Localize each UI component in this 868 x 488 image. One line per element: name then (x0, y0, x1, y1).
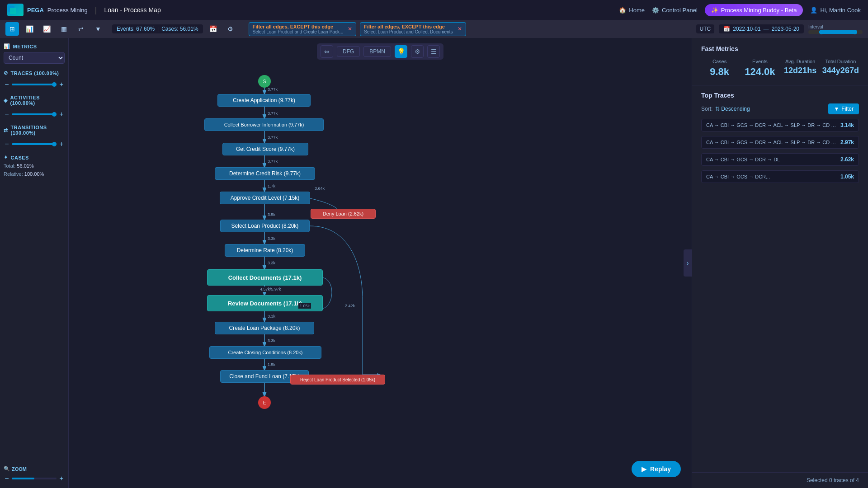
activities-plus[interactable]: + (58, 110, 65, 118)
filter-chip-2[interactable]: Filter all edges, EXCEPT this edge Selec… (360, 22, 466, 36)
transitions-minus[interactable]: − (4, 140, 10, 148)
node-get-credit-score[interactable]: Get Credit Score (9.77k) (222, 143, 308, 155)
edge-label-6: 3.64k (313, 186, 326, 191)
activities-thumb (52, 112, 57, 117)
zoom-row[interactable]: − + (4, 474, 65, 483)
settings-icon-btn[interactable]: ⚙ (411, 45, 424, 58)
dfg-btn[interactable]: DFG (337, 46, 360, 57)
main-area: 📊 Metrics Count ⊘ Traces (100.00%) − + ◈ (0, 38, 868, 488)
filter-chip-1-title: Filter all edges, EXCEPT this edge (253, 24, 344, 29)
share-icon-btn[interactable]: ⇄ (74, 22, 88, 36)
trace-row-2[interactable]: CA → CBI → GCS → DCR → ACL → SLP → DR → … (701, 136, 859, 149)
process-svg (69, 38, 692, 488)
filter-chip-2-close[interactable]: ✕ (458, 26, 462, 32)
activities-minus[interactable]: − (4, 110, 10, 118)
filter-icon: ⊘ (4, 70, 8, 76)
traces-slider[interactable]: − + (4, 80, 65, 89)
transitions-slider[interactable]: − + (4, 140, 65, 148)
traces-track[interactable] (12, 84, 57, 85)
chart-icon-btn[interactable]: 📈 (40, 22, 53, 36)
edge-label-side-2: 2.42k (344, 303, 356, 309)
metric-avg-duration-value: 12d21hs (782, 66, 819, 75)
user-info[interactable]: 👤 Hi, Martin Cook (810, 7, 861, 14)
buddy-button[interactable]: ✨ Process Mining Buddy - Beta (705, 4, 803, 16)
home-nav-item[interactable]: 🏠 Home (619, 7, 645, 14)
transitions-track[interactable] (12, 143, 57, 145)
search-icon: 🔍 (4, 466, 10, 472)
trace-text-4: CA → CBI → GCS → DCR... (706, 174, 837, 179)
date-range[interactable]: 📅 2022-10-01 — 2023-05-20 (719, 24, 804, 33)
node-create-closing[interactable]: Create Closing Conditions (8.20k) (209, 346, 321, 359)
cases-total: Total: 56.01% (4, 163, 65, 169)
process-map-canvas[interactable]: ⇔ DFG BPMN 💡 ⚙ ☰ (69, 38, 692, 488)
node-create-loan-package[interactable]: Create Loan Package (8.20k) (215, 322, 314, 334)
traces-title: ⊘ Traces (100.00%) (4, 70, 65, 76)
table-icon-btn[interactable]: 📊 (23, 22, 36, 36)
trace-count-2: 2.97k (840, 139, 854, 145)
filter-chip-1-close[interactable]: ✕ (348, 26, 352, 32)
start-node[interactable]: S (258, 75, 271, 88)
transitions-plus[interactable]: + (58, 140, 65, 148)
expand-panel-arrow[interactable]: › (684, 249, 692, 277)
activities-slider[interactable]: − + (4, 110, 65, 118)
edge-label-2: 3.77k (266, 111, 279, 116)
cases-section: ✦ Cases Total: 56.01% Relative: 100.00% (4, 155, 65, 177)
toolbar-divider (243, 23, 243, 34)
trace-row-1[interactable]: CA → CBI → GCS → DCR → ACL → SLP → DR → … (701, 119, 859, 131)
top-nav-right: 🏠 Home ⚙️ Control Panel ✨ Process Mining… (619, 4, 861, 16)
metric-events-value: 124.0k (741, 66, 778, 78)
calendar-icon-btn[interactable]: 📅 (207, 22, 220, 36)
zoom-plus[interactable]: + (58, 474, 65, 483)
metric-select[interactable]: Count (4, 52, 65, 64)
brand-process-mining: Process Mining (47, 7, 88, 14)
toolbar-stats: Events: 67.60% | Cases: 56.01% (112, 24, 203, 33)
trace-row-3[interactable]: CA → CBI → GCS → DCR → DL 2.62k (701, 153, 859, 166)
sort-value[interactable]: ⇅ Descending (715, 106, 750, 112)
traces-plus[interactable]: + (58, 80, 65, 89)
traces-filter-btn[interactable]: ▼ Filter (828, 103, 859, 114)
edge-label-9: 3.3k (266, 260, 277, 266)
dashboard-icon-btn[interactable]: ⊞ (5, 22, 19, 36)
node-deny-loan[interactable]: Deny Loan (2.62k) (311, 209, 376, 219)
logo: PEGA Process Mining (7, 4, 88, 16)
edge-label-7: 3.5k (266, 212, 277, 217)
node-approve-credit[interactable]: Approve Credit Level (7.15k) (220, 192, 310, 204)
node-collect-documents[interactable]: Collect Documents (17.1k) (207, 269, 323, 286)
trace-row-4[interactable]: CA → CBI → GCS → DCR... 1.05k (701, 170, 859, 183)
node-determine-credit-risk[interactable]: Determine Credit Risk (9.77k) (215, 167, 315, 180)
filter-chip-1[interactable]: Filter all edges, EXCEPT this edge Selec… (249, 22, 357, 36)
user-icon: 👤 (810, 7, 817, 14)
traces-minus[interactable]: − (4, 80, 10, 89)
config-icon-btn[interactable]: ⚙ (224, 22, 237, 36)
end-node[interactable]: E (258, 396, 271, 409)
node-determine-rate[interactable]: Determine Rate (8.20k) (225, 244, 305, 257)
node-reject-loan[interactable]: Reject Loan Product Selected (1.05k) (290, 375, 385, 385)
metric-total-duration: Total Duration 344y267d (822, 59, 859, 78)
date-from: 2022-10-01 (733, 26, 760, 32)
activities-track[interactable] (12, 113, 57, 115)
interval-bar[interactable] (808, 30, 863, 34)
node-select-loan[interactable]: Select Loan Product (8.20k) (220, 220, 310, 232)
metric-cases: Cases 9.8k (701, 59, 738, 78)
grid-icon-btn[interactable]: ▦ (57, 22, 71, 36)
bulb-icon-btn[interactable]: 💡 (395, 45, 407, 58)
list-icon-btn[interactable]: ☰ (427, 45, 440, 58)
edge-label-5: 1.7k (266, 183, 277, 189)
node-create-application[interactable]: Create Application (9.77k) (217, 94, 311, 107)
trace-text-3: CA → CBI → GCS → DCR → DL (706, 157, 837, 162)
zoom-minus[interactable]: − (4, 474, 10, 483)
bpmn-btn[interactable]: BPMN (363, 46, 391, 57)
zoom-track[interactable] (12, 478, 57, 479)
node-collect-borrower[interactable]: Collect Borrower Information (9.77k) (204, 118, 324, 131)
traces-thumb (52, 82, 57, 87)
control-panel-nav-item[interactable]: ⚙️ Control Panel (652, 7, 698, 14)
metric-cases-label: Cases (701, 59, 738, 64)
filter-icon-btn[interactable]: ▼ (91, 22, 105, 36)
play-icon: ▶ (642, 465, 646, 473)
metrics-icon: 📊 (4, 43, 10, 49)
filter-btn-icon: ▼ (834, 106, 839, 112)
cases-icon: ✦ (4, 155, 8, 160)
replay-button[interactable]: ▶ Replay (632, 461, 681, 477)
trace-count-1: 3.14k (840, 122, 854, 128)
align-icon-btn[interactable]: ⇔ (321, 45, 333, 58)
